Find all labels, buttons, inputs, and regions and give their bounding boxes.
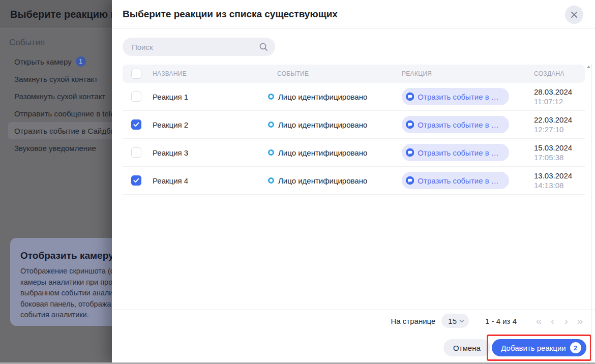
menu-item-label: Отправить сообщение в telegra <box>14 109 126 118</box>
created-time: 17:05:38 <box>534 153 585 162</box>
chat-bubble-icon <box>406 120 414 129</box>
reaction-chip: Отразить событие в Сай... <box>402 88 509 105</box>
event-status-icon <box>268 94 274 100</box>
created-cell: 22.03.202412:27:10 <box>524 115 585 134</box>
add-reactions-label: Добавить реакции <box>501 344 566 352</box>
chat-bubble-icon <box>406 92 414 101</box>
reaction-name: Реакция 4 <box>153 176 268 185</box>
prev-page-button[interactable]: ‹ <box>546 312 559 330</box>
screen: Выберите реакцию н События Открыть камер… <box>0 0 595 364</box>
first-page-button[interactable]: « <box>532 312 546 330</box>
scrollbar-up-icon[interactable] <box>585 64 591 69</box>
menu-item-close-dry-contact[interactable]: Замкнуть сухой контакт <box>8 70 124 87</box>
created-time: 14:13:08 <box>534 180 585 190</box>
modal-header: Выберите реакции из списка существующих <box>112 0 595 29</box>
search-input[interactable] <box>131 42 259 52</box>
reaction-chip-label: Отразить событие в Сай... <box>418 120 503 129</box>
created-date: 13.03.2024 <box>534 171 585 180</box>
select-all-checkbox[interactable] <box>131 69 141 79</box>
column-header-event: СОБЫТИЕ <box>268 70 402 77</box>
created-time: 12:27:10 <box>534 125 585 134</box>
reaction-chip-label: Отразить событие в Сай... <box>418 148 503 157</box>
reaction-name: Реакция 1 <box>153 93 268 101</box>
annotation-highlight: Добавить реакции 2 <box>487 335 591 361</box>
table-row[interactable]: Реакция 1 Лицо идентифицировано Отразить… <box>123 83 585 111</box>
per-page-select[interactable]: 15 <box>441 314 469 328</box>
reaction-chip: Отразить событие в Сай... <box>402 172 509 189</box>
menu-item-label: Открыть камеру <box>14 57 72 66</box>
row-checkbox[interactable] <box>131 119 141 130</box>
event-label: Лицо идентифицировано <box>278 120 367 129</box>
reaction-name: Реакция 2 <box>153 120 268 129</box>
menu-item-label: Отразить событие в Сайдбаре <box>14 127 123 135</box>
row-checkbox[interactable] <box>131 175 141 186</box>
created-date: 22.03.2024 <box>534 115 585 125</box>
reaction-chip-label: Отразить событие в Сай... <box>418 176 503 185</box>
menu-item-open-camera[interactable]: Открыть камеру 1 <box>8 53 124 70</box>
page-range-label: 1 - 4 из 4 <box>485 317 517 325</box>
created-time: 11:07:12 <box>534 97 585 106</box>
menu-item-sidebar-event[interactable]: Отразить событие в Сайдбаре <box>8 122 124 139</box>
per-page-label: На странице <box>391 317 436 325</box>
table-header-row: НАЗВАНИЕ СОБЫТИЕ РЕАКЦИЯ СОЗДАНА <box>123 65 585 83</box>
reactions-table: НАЗВАНИЕ СОБЫТИЕ РЕАКЦИЯ СОЗДАНА Реакция… <box>123 65 585 195</box>
next-page-button[interactable]: › <box>559 312 573 330</box>
reaction-chip-label: Отразить событие в Сай... <box>418 93 503 101</box>
menu-item-label: Звуковое уведомление <box>14 144 96 153</box>
created-date: 15.03.2024 <box>534 143 585 153</box>
chat-bubble-icon <box>406 148 414 157</box>
last-page-button[interactable]: » <box>573 312 587 330</box>
table-row[interactable]: Реакция 4 Лицо идентифицировано Отразить… <box>123 167 585 195</box>
background-dialog-title: Выберите реакцию н <box>10 9 117 20</box>
modal-dialog: Выберите реакции из списка существующих … <box>112 0 595 364</box>
scrollbar[interactable] <box>591 64 591 362</box>
search-field[interactable] <box>123 38 275 56</box>
menu-item-label: Замкнуть сухой контакт <box>14 75 98 83</box>
close-button[interactable] <box>565 6 583 24</box>
menu-item-telegram[interactable]: Отправить сообщение в telegra <box>8 105 124 122</box>
reaction-chip: Отразить событие в Сай... <box>402 116 509 133</box>
created-date: 28.03.2024 <box>534 87 585 97</box>
table-row[interactable]: Реакция 3 Лицо идентифицировано Отразить… <box>123 139 585 167</box>
pagination: На странице 15 1 - 4 из 4 « ‹ › » <box>112 312 587 330</box>
selected-count-badge: 2 <box>570 342 581 353</box>
created-cell: 15.03.202417:05:38 <box>524 143 585 162</box>
column-header-reaction: РЕАКЦИЯ <box>402 70 524 77</box>
column-header-created: СОЗДАНА <box>524 70 585 77</box>
menu-item-sound-notification[interactable]: Звуковое уведомление <box>8 139 124 157</box>
chat-bubble-icon <box>406 176 414 185</box>
event-label: Лицо идентифицировано <box>278 148 367 157</box>
search-icon <box>259 42 268 51</box>
count-badge: 1 <box>76 56 86 67</box>
reaction-name: Реакция 3 <box>153 148 268 157</box>
menu-item-label: Разомкнуть сухой контакт <box>14 92 105 101</box>
row-checkbox[interactable] <box>131 92 141 102</box>
row-checkbox[interactable] <box>131 147 141 158</box>
modal-title: Выберите реакции из списка существующих <box>123 9 338 20</box>
per-page-value: 15 <box>448 317 457 325</box>
menu-item-open-dry-contact[interactable]: Разомкнуть сухой контакт <box>8 87 124 105</box>
created-cell: 28.03.202411:07:12 <box>524 87 585 106</box>
pager-controls: « ‹ › » <box>532 312 587 330</box>
event-label: Лицо идентифицировано <box>278 93 367 101</box>
event-label: Лицо идентифицировано <box>278 176 367 185</box>
column-header-name: НАЗВАНИЕ <box>153 70 268 77</box>
event-status-icon <box>268 122 274 128</box>
table-row[interactable]: Реакция 2 Лицо идентифицировано Отразить… <box>123 111 585 139</box>
reaction-chip: Отразить событие в Сай... <box>402 144 509 161</box>
add-reactions-button[interactable]: Добавить реакции 2 <box>492 339 586 356</box>
footer-divider <box>112 309 595 310</box>
event-status-icon <box>268 149 274 156</box>
chevron-down-icon <box>459 319 464 323</box>
created-cell: 13.03.202414:13:08 <box>524 171 585 190</box>
event-status-icon <box>268 177 274 184</box>
close-icon <box>571 11 578 18</box>
cancel-button[interactable]: Отмена <box>443 339 490 356</box>
